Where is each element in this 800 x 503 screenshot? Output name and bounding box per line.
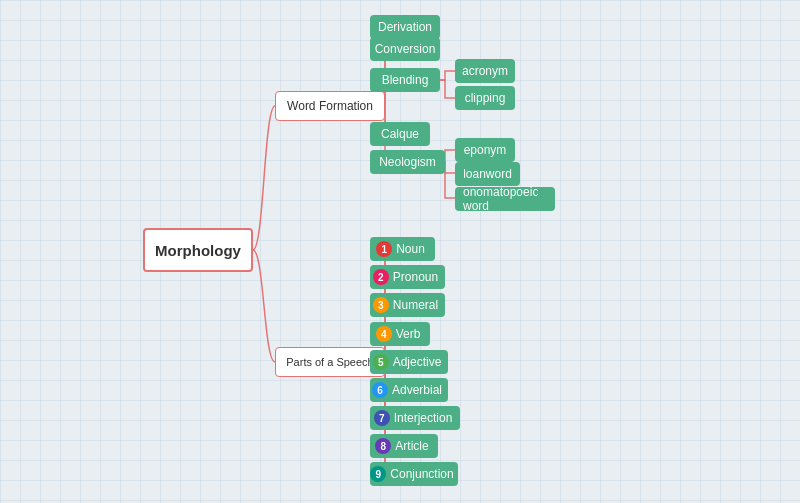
noun-node: 1 Noun	[370, 237, 435, 261]
acronym-node: acronym	[455, 59, 515, 83]
clipping-label: clipping	[465, 91, 506, 105]
loanword-label: loanword	[463, 167, 512, 181]
interjection-node: 7 Interjection	[370, 406, 460, 430]
loanword-node: loanword	[455, 162, 520, 186]
pronoun-node: 2 Pronoun	[370, 265, 445, 289]
derivation-node: Derivation	[370, 15, 440, 39]
neologism-label: Neologism	[379, 155, 436, 169]
conversion-label: Conversion	[375, 42, 436, 56]
interjection-badge: 7	[374, 410, 390, 426]
adjective-label: Adjective	[393, 355, 442, 369]
interjection-label: Interjection	[394, 411, 453, 425]
pronoun-badge: 2	[373, 269, 389, 285]
conversion-node: Conversion	[370, 37, 440, 61]
calque-label: Calque	[381, 127, 419, 141]
article-node: 8 Article	[370, 434, 438, 458]
numeral-node: 3 Numeral	[370, 293, 445, 317]
noun-badge: 1	[376, 241, 392, 257]
neologism-node: Neologism	[370, 150, 445, 174]
eponym-label: eponym	[464, 143, 507, 157]
conjunction-label: Conjunction	[390, 467, 453, 481]
article-badge: 8	[375, 438, 391, 454]
verb-label: Verb	[396, 327, 421, 341]
adverbial-node: 6 Adverbial	[370, 378, 448, 402]
adjective-badge: 5	[373, 354, 389, 370]
clipping-node: clipping	[455, 86, 515, 110]
blending-label: Blending	[382, 73, 429, 87]
adverbial-badge: 6	[372, 382, 388, 398]
pronoun-label: Pronoun	[393, 270, 438, 284]
verb-node: 4 Verb	[370, 322, 430, 346]
article-label: Article	[395, 439, 428, 453]
onomatopoeic-label: onomatopoeic word	[463, 185, 547, 213]
calque-node: Calque	[370, 122, 430, 146]
verb-badge: 4	[376, 326, 392, 342]
conjunction-node: 9 Conjunction	[370, 462, 458, 486]
adjective-node: 5 Adjective	[370, 350, 448, 374]
word-formation-node: Word Formation	[275, 91, 385, 121]
adverbial-label: Adverbial	[392, 383, 442, 397]
blending-node: Blending	[370, 68, 440, 92]
numeral-label: Numeral	[393, 298, 438, 312]
morphology-label: Morphology	[155, 242, 241, 259]
word-formation-label: Word Formation	[287, 99, 373, 113]
numeral-badge: 3	[373, 297, 389, 313]
parts-of-speech-node: Parts of a Speech	[275, 347, 385, 377]
noun-label: Noun	[396, 242, 425, 256]
morphology-node: Morphology	[143, 228, 253, 272]
acronym-label: acronym	[462, 64, 508, 78]
eponym-node: eponym	[455, 138, 515, 162]
onomatopoeic-node: onomatopoeic word	[455, 187, 555, 211]
derivation-label: Derivation	[378, 20, 432, 34]
conjunction-badge: 9	[370, 466, 386, 482]
parts-of-speech-label: Parts of a Speech	[286, 356, 373, 368]
